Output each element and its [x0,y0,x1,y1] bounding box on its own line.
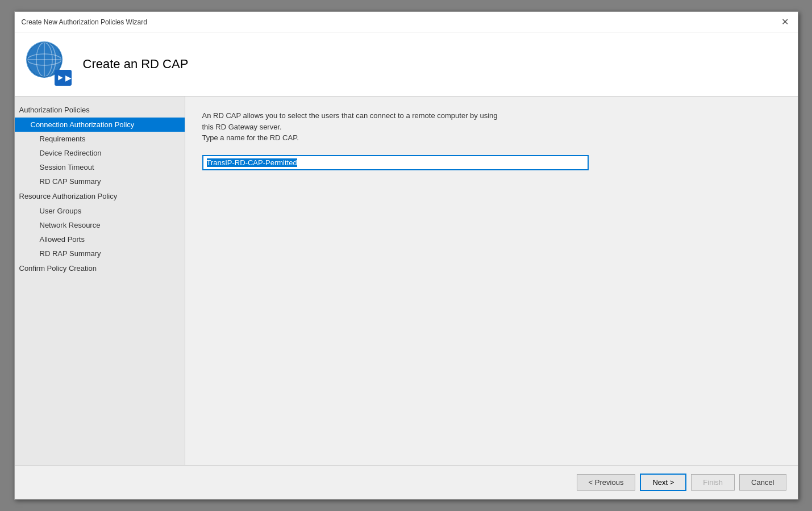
header-section: Create an RD CAP [15,32,798,97]
previous-button[interactable]: < Previous [577,474,636,491]
main-panel: An RD CAP allows you to select the users… [185,97,798,465]
sidebar: Authorization Policies Connection Author… [15,97,185,465]
sidebar-item-confirm-policy: Confirm Policy Creation [15,261,185,276]
sidebar-item-requirements[interactable]: Requirements [15,132,185,146]
sidebar-item-rd-cap-summary[interactable]: RD CAP Summary [15,174,185,189]
dialog-title: Create New Authorization Policies Wizard [22,18,147,26]
footer: < Previous Next > Finish Cancel [15,465,798,499]
sidebar-item-user-groups[interactable]: User Groups [15,204,185,218]
title-bar: Create New Authorization Policies Wizard… [15,12,798,32]
sidebar-item-connection-auth[interactable]: Connection Authorization Policy [15,118,185,132]
page-title: Create an RD CAP [83,57,189,72]
finish-button[interactable]: Finish [691,474,735,491]
sidebar-item-rd-rap-summary[interactable]: RD RAP Summary [15,246,185,261]
sidebar-item-network-resource[interactable]: Network Resource [15,218,185,232]
sidebar-item-allowed-ports[interactable]: Allowed Ports [15,232,185,246]
next-button[interactable]: Next > [640,474,686,491]
sidebar-item-resource-auth: Resource Authorization Policy [15,189,185,204]
description-line1: An RD CAP allows you to select the users… [202,111,498,120]
header-icon [26,41,72,87]
svg-point-1 [36,43,52,77]
rdp-icon [55,70,72,86]
description-line3: Type a name for the RD CAP. [202,133,299,142]
sidebar-item-session-timeout[interactable]: Session Timeout [15,160,185,174]
description-line2: this RD Gateway server. [202,123,282,131]
cap-name-input[interactable] [202,155,589,170]
close-button[interactable]: ✕ [780,16,791,28]
cancel-button[interactable]: Cancel [739,474,786,491]
main-dialog: Create New Authorization Policies Wizard… [14,11,798,500]
description: An RD CAP allows you to select the users… [202,110,781,144]
content-area: Authorization Policies Connection Author… [15,97,798,465]
sidebar-item-device-redirection[interactable]: Device Redirection [15,146,185,160]
sidebar-item-auth-policies: Authorization Policies [15,102,185,118]
